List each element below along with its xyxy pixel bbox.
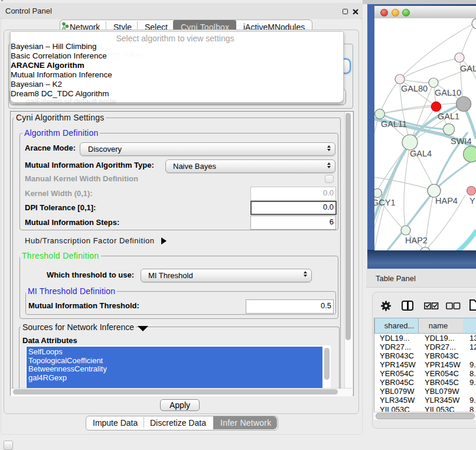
svg-text:GAL10: GAL10: [435, 88, 461, 97]
svg-text:GAL7: GAL7: [460, 64, 476, 73]
svg-text:GAL4: GAL4: [410, 149, 432, 158]
svg-text:GCY1: GCY1: [374, 198, 396, 207]
svg-text:SWI4: SWI4: [451, 136, 471, 146]
svg-text:Y: Y: [470, 196, 475, 206]
svg-text:HAP2: HAP2: [405, 236, 428, 245]
svg-text:GAL80: GAL80: [401, 84, 428, 93]
svg-text:GAL11: GAL11: [381, 119, 407, 129]
svg-text:HAP4: HAP4: [435, 196, 458, 206]
svg-text:GAL1: GAL1: [438, 112, 459, 121]
